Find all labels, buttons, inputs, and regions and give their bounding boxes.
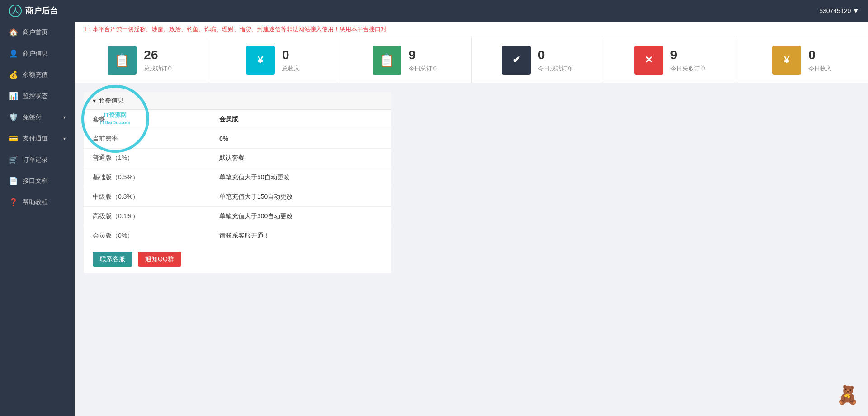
stat-info-today-income: 0 今日收入 [808, 47, 832, 73]
stat-label: 今日收入 [808, 65, 832, 73]
sidebar-item-home[interactable]: 🏠 商户首页 [0, 22, 75, 43]
table-row: 当前费率0% [84, 129, 391, 149]
stat-label: 今日总订单 [409, 65, 438, 73]
table-cell-label: 当前费率 [84, 129, 210, 149]
stat-total-income: ¥ 0 总收入 [207, 37, 340, 83]
stat-info-total-income: 0 总收入 [282, 47, 300, 73]
sidebar-item-api-docs[interactable]: 📄 接口文档 [0, 170, 75, 192]
stat-number: 26 [144, 47, 158, 63]
notice-text: 1：本平台严禁一切淫秽、涉赌、政治、钓鱼、诈骗、理财、借贷、封建迷信等非法网站接… [84, 26, 387, 33]
sidebar-item-orders[interactable]: 🛒 订单记录 [0, 149, 75, 170]
stat-label: 今日成功订单 [538, 65, 573, 73]
stat-today-success: ✔ 0 今日成功订单 [472, 37, 604, 83]
stat-label: 总成功订单 [144, 65, 173, 73]
logo-text: 商户后台 [25, 5, 58, 16]
stat-number: 0 [538, 47, 545, 63]
chevron-down-icon: ▾ [63, 136, 66, 141]
monitor-icon: 📊 [9, 92, 18, 100]
clipboard-icon: 📋 [108, 46, 137, 75]
content-area: IT资源网 ITBaiDu.com ▾ 套餐信息 套餐会员版当前费率0%普通版（… [75, 83, 868, 416]
stat-info-total-success: 26 总成功订单 [144, 47, 173, 73]
table-cell-value: 请联系客服开通！ [210, 226, 391, 246]
contact-service-button[interactable]: 联系客服 [93, 252, 132, 267]
stat-info-today-total: 9 今日总订单 [409, 47, 438, 73]
sidebar-item-label: 接口文档 [23, 177, 48, 185]
table-row: 普通版（1%）默认套餐 [84, 149, 391, 168]
stats-row: 📋 26 总成功订单 ¥ 0 总收入 📋 9 今日总订单 [75, 37, 868, 83]
sidebar-item-payment-channel[interactable]: 💳 支付通道 ▾ [0, 128, 75, 149]
sidebar-item-label: 商户信息 [23, 50, 48, 58]
table-row: 会员版（0%）请联系客服开通！ [84, 226, 391, 246]
stat-info-today-fail: 9 今日失败订单 [670, 47, 706, 73]
table-cell-value: 单笔充值大于300自动更改 [210, 207, 391, 226]
recharge-icon: 💰 [9, 70, 18, 79]
sidebar-item-merchant-info[interactable]: 👤 商户信息 [0, 43, 75, 64]
logo-icon: 人 [9, 5, 22, 17]
button-row: 联系客服 通知QQ群 [84, 245, 391, 273]
chevron-icon: ▾ [93, 97, 96, 104]
stat-info-today-success: 0 今日成功订单 [538, 47, 573, 73]
merchant-icon: 👤 [9, 49, 18, 58]
sidebar-item-help[interactable]: ❓ 帮助教程 [0, 192, 75, 213]
close-icon: ✕ [634, 46, 663, 75]
help-icon: ❓ [9, 198, 18, 206]
sidebar-item-label: 监控状态 [23, 92, 48, 100]
table-row: 基础版（0.5%）单笔充值大于50自动更改 [84, 168, 391, 187]
yuan-icon: ¥ [246, 46, 275, 75]
table-row: 套餐会员版 [84, 110, 391, 129]
sidebar-item-recharge[interactable]: 💰 余额充值 [0, 64, 75, 85]
table-cell-label: 基础版（0.5%） [84, 168, 210, 187]
sidebar-item-label: 余额充值 [23, 71, 48, 79]
stat-today-income: ¥ 0 今日收入 [736, 37, 868, 83]
stat-number: 0 [282, 47, 289, 63]
payment-icon: 💳 [9, 134, 18, 143]
sidebar-item-monitor[interactable]: 📊 监控状态 [0, 85, 75, 107]
sidebar-item-label: 商户首页 [23, 28, 48, 37]
stat-number: 9 [409, 47, 416, 63]
sidebar-item-free-sign[interactable]: 🛡️ 免签付 ▾ [0, 107, 75, 128]
package-header-label: 套餐信息 [99, 97, 124, 105]
table-row: 高级版（0.1%）单笔充值大于300自动更改 [84, 207, 391, 226]
table-cell-value: 单笔充值大于50自动更改 [210, 168, 391, 187]
check-icon: ✔ [502, 46, 531, 75]
stat-number: 0 [808, 47, 816, 63]
docs-icon: 📄 [9, 177, 18, 185]
sidebar-item-label: 订单记录 [23, 156, 48, 164]
notify-qq-button[interactable]: 通知QQ群 [138, 252, 181, 267]
logo: 人 商户后台 [9, 5, 58, 17]
yuan-today-icon: ¥ [772, 46, 801, 75]
top-header: 人 商户后台 530745120 ▼ [0, 0, 868, 22]
sidebar-item-label: 帮助教程 [23, 198, 48, 206]
stat-label: 总收入 [282, 65, 300, 73]
cart-icon: 🛒 [9, 155, 18, 164]
notice-bar: 1：本平台严禁一切淫秽、涉赌、政治、钓鱼、诈骗、理财、借贷、封建迷信等非法网站接… [75, 22, 868, 37]
shield-icon: 🛡️ [9, 113, 18, 122]
stat-number: 9 [670, 47, 678, 63]
table-row: 中级版（0.3%）单笔充值大于150自动更改 [84, 187, 391, 207]
table-cell-value: 单笔充值大于150自动更改 [210, 187, 391, 207]
stat-label: 今日失败订单 [670, 65, 706, 73]
main-content: 1：本平台严禁一切淫秽、涉赌、政治、钓鱼、诈骗、理财、借贷、封建迷信等非法网站接… [75, 22, 868, 416]
table-cell-label: 高级版（0.1%） [84, 207, 210, 226]
package-table: 套餐会员版当前费率0%普通版（1%）默认套餐基础版（0.5%）单笔充值大于50自… [84, 110, 391, 245]
package-section: ▾ 套餐信息 套餐会员版当前费率0%普通版（1%）默认套餐基础版（0.5%）单笔… [84, 92, 391, 273]
home-icon: 🏠 [9, 28, 18, 37]
stat-total-success: 📋 26 总成功订单 [75, 37, 207, 83]
sidebar-item-label: 免签付 [23, 113, 42, 122]
sidebar: 🏠 商户首页 👤 商户信息 💰 余额充值 📊 监控状态 🛡️ 免签付 ▾ 💳 支… [0, 22, 75, 416]
user-menu[interactable]: 530745120 ▼ [819, 7, 859, 14]
table-cell-label: 会员版（0%） [84, 226, 210, 246]
stat-today-total: 📋 9 今日总订单 [339, 37, 472, 83]
table-cell-label: 套餐 [84, 110, 210, 129]
table-cell-value: 0% [210, 129, 391, 149]
stat-today-fail: ✕ 9 今日失败订单 [604, 37, 736, 83]
mascot[interactable]: 🧸 [836, 384, 863, 411]
table-cell-label: 普通版（1%） [84, 149, 210, 168]
chevron-down-icon: ▾ [63, 115, 66, 120]
package-header: ▾ 套餐信息 [84, 92, 391, 110]
sidebar-item-label: 支付通道 [23, 135, 48, 143]
table-cell-value: 默认套餐 [210, 149, 391, 168]
clipboard-today-icon: 📋 [373, 46, 401, 75]
table-cell-label: 中级版（0.3%） [84, 187, 210, 207]
table-cell-value: 会员版 [210, 110, 391, 129]
